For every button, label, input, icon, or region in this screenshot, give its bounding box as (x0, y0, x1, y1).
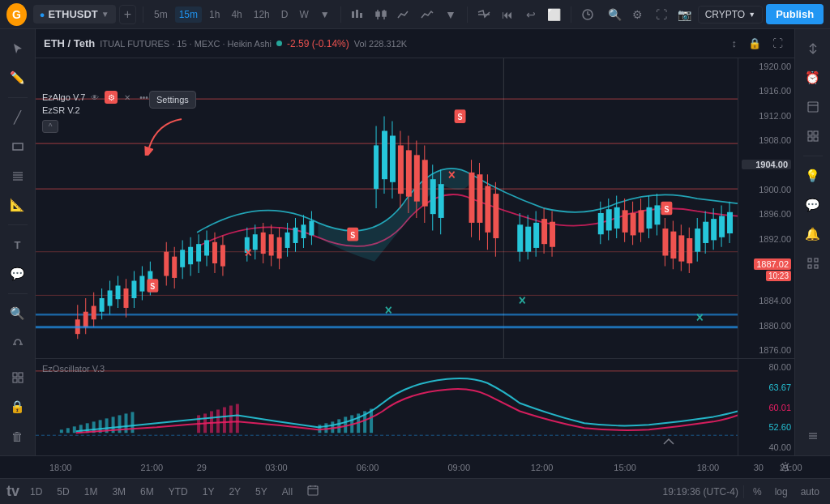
period-5y[interactable]: 5Y (251, 485, 272, 499)
svg-rect-210 (814, 131, 818, 135)
tf-d[interactable]: D (277, 6, 293, 23)
svg-rect-91 (398, 145, 404, 194)
price-change: -2.59 (-0.14%) (287, 38, 349, 49)
compare-icon[interactable] (474, 3, 494, 26)
annotation-tool[interactable]: 💬 (5, 261, 31, 287)
svg-rect-147 (703, 222, 708, 243)
tf-4h[interactable]: 4h (227, 6, 246, 23)
svg-rect-200 (337, 419, 340, 433)
camera-icon-btn[interactable]: 📷 (674, 3, 695, 26)
separator (340, 6, 341, 23)
lock-scale-icon[interactable]: 🔒 (745, 36, 764, 51)
svg-rect-207 (808, 102, 818, 112)
svg-rect-212 (814, 137, 818, 141)
tv-ideas-icon[interactable]: 💡 (800, 163, 826, 189)
price-scale-up-icon[interactable]: ↕ (729, 36, 741, 51)
symbol-button[interactable]: ● ETHUSDT ▼ (33, 5, 116, 23)
fib-tool[interactable] (5, 163, 31, 189)
period-1d[interactable]: 1D (26, 485, 46, 499)
time-0600: 06:00 (357, 463, 379, 472)
collapse-button[interactable]: ^ (42, 120, 58, 133)
svg-rect-33 (83, 312, 88, 327)
layout-icon[interactable]: ⬜ (544, 3, 564, 26)
more-chart-types[interactable]: ▼ (441, 3, 461, 26)
period-ytd[interactable]: YTD (165, 485, 192, 499)
svg-rect-193 (216, 409, 220, 433)
cursor-tool[interactable] (5, 36, 31, 62)
svg-rect-0 (352, 11, 354, 18)
publish-button[interactable]: Publish (766, 4, 824, 24)
oscillator-chart[interactable]: EzOscillator V.3 (36, 359, 738, 455)
tf-5m[interactable]: 5m (150, 6, 172, 23)
heatmap-icon[interactable] (800, 123, 826, 149)
period-1y[interactable]: 1Y (199, 485, 219, 499)
add-symbol-button[interactable]: + (119, 5, 136, 24)
svg-rect-137 (662, 229, 668, 255)
osc-scale-63: 63.67 (742, 382, 791, 392)
alert-price: 1887.02 (754, 258, 791, 270)
crypto-button[interactable]: CRYPTO ▼ (698, 6, 764, 23)
fullscreen-icon-btn[interactable]: ⛶ (651, 3, 671, 26)
zoom-tool[interactable]: 🔍 (5, 301, 31, 327)
text-tool[interactable]: T (5, 232, 31, 258)
candlestick-icon[interactable] (370, 3, 391, 26)
shape-tool[interactable] (5, 134, 31, 160)
date-range-icon[interactable] (303, 483, 323, 500)
svg-rect-69 (253, 234, 258, 250)
area-chart-icon[interactable] (417, 3, 438, 26)
lock-tool[interactable]: 🔒 (5, 394, 31, 420)
period-3m[interactable]: 3M (108, 485, 130, 499)
sidebar-separator (8, 293, 28, 294)
chat-icon[interactable]: 💬 (800, 192, 826, 218)
pencil-tool[interactable]: ✏️ (5, 65, 31, 91)
data-window-icon[interactable] (800, 94, 826, 120)
period-2y[interactable]: 2Y (225, 485, 245, 499)
line-chart-icon[interactable] (394, 3, 414, 26)
svg-rect-178 (60, 429, 63, 433)
price-1908: 1908.00 (742, 135, 791, 145)
live-dot (276, 41, 282, 46)
line-tool[interactable]: ╱ (5, 105, 31, 130)
expand-icon[interactable]: ⛶ (769, 36, 786, 51)
tf-15m[interactable]: 15m (175, 6, 202, 23)
period-5d[interactable]: 5D (53, 485, 73, 499)
svg-text:✕: ✕ (518, 294, 526, 307)
svg-rect-213 (808, 258, 811, 262)
trash-tool[interactable]: 🗑 (5, 423, 31, 449)
tf-dropdown[interactable]: ▼ (316, 6, 334, 23)
time-axis-settings[interactable] (780, 461, 791, 474)
log-toggle[interactable]: log (771, 485, 792, 499)
indicator-close-icon[interactable]: ✕ (121, 91, 134, 104)
time-29: 29 (197, 463, 207, 472)
svg-rect-65 (220, 245, 225, 266)
price-scale-right-icon[interactable] (800, 36, 826, 62)
undo-icon[interactable]: ↩ (521, 3, 541, 26)
measure-tool[interactable]: 📐 (5, 192, 31, 218)
chart-and-scale: EzAlgo V.7 👁 ⚙ ✕ ••• Settings EzSR V.2 ^ (36, 58, 794, 358)
auto-toggle[interactable]: auto (797, 485, 824, 499)
indicator-settings-icon[interactable]: ⚙ (105, 91, 118, 104)
period-6m[interactable]: 6M (136, 485, 158, 499)
indicator-eye-icon[interactable]: 👁 (88, 91, 101, 104)
tf-12h[interactable]: 12h (250, 6, 274, 23)
time-1500: 15:00 (614, 463, 636, 472)
replay-back-icon[interactable]: ⏮ (498, 3, 518, 26)
search-icon-btn[interactable]: 🔍 (605, 3, 625, 26)
bar-chart-icon[interactable] (348, 3, 368, 26)
tf-1h[interactable]: 1h (205, 6, 224, 23)
tf-w[interactable]: W (295, 6, 312, 23)
templates-tool[interactable] (5, 365, 31, 391)
layout-options-icon[interactable] (800, 423, 826, 449)
alert-icon[interactable]: ⏰ (800, 65, 826, 91)
pct-toggle[interactable]: % (749, 485, 766, 499)
settings-icon-btn[interactable]: ⚙ (627, 3, 648, 26)
magnet-tool[interactable] (5, 330, 31, 356)
indicators-icon[interactable] (578, 3, 598, 26)
apps-icon[interactable] (800, 250, 826, 276)
notifications-icon[interactable]: 🔔 (800, 221, 826, 247)
svg-rect-145 (695, 229, 700, 252)
expand-bottom-panel[interactable] (661, 433, 677, 451)
main-chart-canvas[interactable]: EzAlgo V.7 👁 ⚙ ✕ ••• Settings EzSR V.2 ^ (36, 58, 738, 358)
period-all[interactable]: All (278, 485, 297, 499)
period-1m[interactable]: 1M (80, 485, 102, 499)
